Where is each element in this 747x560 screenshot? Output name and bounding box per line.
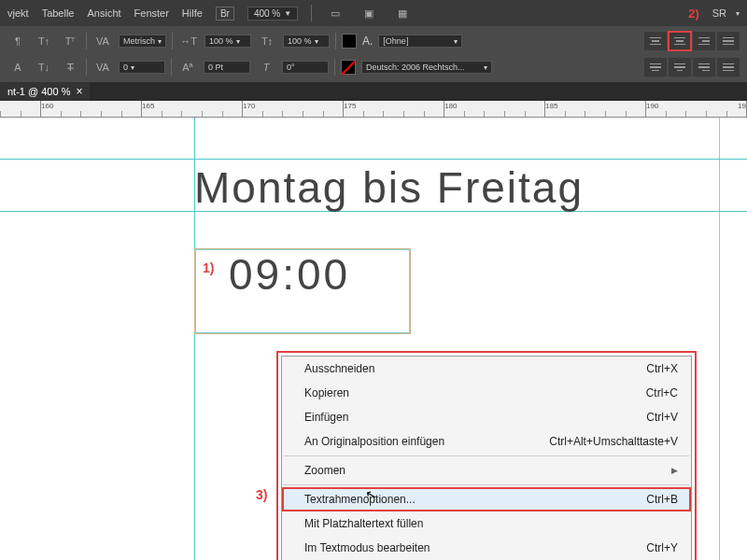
menu-hilfe[interactable]: Hilfe (182, 7, 203, 19)
para-align-row1 (644, 32, 740, 50)
superscript-icon[interactable]: T↑ (34, 33, 54, 49)
justify-all-button[interactable] (717, 58, 740, 77)
chevron-down-icon: ▾ (736, 9, 740, 18)
language-dropdown[interactable]: Deutsch: 2006 Rechtsch...▾ (361, 61, 492, 74)
smallcaps-icon[interactable]: Tᵀ (60, 33, 80, 49)
stroke-color[interactable] (341, 60, 356, 75)
cm-paste[interactable]: EinfügenCtrl+V (282, 405, 691, 429)
justify-right-button[interactable] (693, 58, 715, 77)
annotation-2: 2) (688, 7, 699, 21)
tracking-dropdown[interactable]: 0▾ (119, 61, 165, 74)
menu-ansicht[interactable]: Ansicht (87, 7, 120, 19)
align-right-button[interactable] (693, 32, 715, 50)
document-tab[interactable]: nt-1 @ 400 % × (0, 82, 90, 101)
hscale-dropdown[interactable]: 100 %▾ (204, 35, 251, 48)
workspace-switcher[interactable]: SR (712, 7, 726, 19)
screen-mode-icon[interactable]: ▣ (359, 5, 379, 21)
cm-copy[interactable]: KopierenCtrl+C (282, 381, 691, 405)
align-center-button[interactable] (669, 32, 691, 50)
baseline-icon: Aª (177, 59, 198, 76)
separator (284, 455, 689, 456)
zoom-dropdown[interactable]: 400 %▼ (247, 7, 298, 21)
control-panel: ¶ T↑ Tᵀ VA Metrisch▾ ↔T 100 %▾ T↕ 100 %▾… (0, 26, 747, 82)
arrange-icon[interactable]: ▦ (392, 5, 413, 21)
menu-fenster[interactable]: Fenster (134, 7, 169, 19)
annotation-3: 3) (256, 487, 267, 502)
cm-zoom[interactable]: Zoomen▶ (282, 458, 691, 483)
align-justify-button[interactable] (717, 32, 740, 50)
fill-color[interactable] (342, 34, 357, 49)
skew-icon: T (256, 59, 276, 76)
margin-vertical (719, 118, 720, 560)
cm-edit-story[interactable]: Im Textmodus bearbeitenCtrl+Y (282, 536, 691, 560)
bridge-button[interactable]: Br (216, 7, 234, 21)
cm-cut[interactable]: AusschneidenCtrl+X (282, 357, 691, 381)
view-mode-icon[interactable]: ▭ (325, 5, 345, 21)
close-icon[interactable]: × (76, 85, 82, 98)
headline-text[interactable]: Montag bis Freitag (194, 162, 584, 213)
para-panel-icon[interactable]: A (7, 59, 28, 76)
char-panel-icon[interactable]: ¶ (7, 33, 28, 49)
chevron-down-icon: ▼ (284, 9, 291, 18)
char-style-label: A. (362, 35, 373, 48)
hscale-icon: ↔T (178, 33, 199, 49)
char-style-dropdown[interactable]: [Ohne]▾ (378, 35, 462, 48)
horizontal-ruler[interactable]: 160 165 170 175 180 185 190 195 (0, 101, 747, 118)
submenu-arrow-icon: ▶ (671, 466, 678, 475)
cm-paste-in-place[interactable]: An Originalposition einfügenCtrl+Alt+Ums… (282, 429, 691, 454)
annotation-1: 1) (203, 260, 214, 275)
cm-fill-placeholder[interactable]: Mit Platzhaltertext füllen (282, 511, 691, 536)
main-menubar: vjekt Tabelle Ansicht Fenster Hilfe Br 4… (0, 0, 747, 26)
vscale-icon: T↕ (257, 33, 277, 49)
guide-horizontal[interactable] (0, 159, 747, 160)
para-align-row2 (644, 58, 740, 77)
justify-left-button[interactable] (644, 58, 667, 77)
time-text[interactable]: 09:00 (195, 249, 410, 296)
menu-tabelle[interactable]: Tabelle (42, 7, 75, 19)
document-tab-label: nt-1 @ 400 % (7, 86, 70, 97)
vscale-dropdown[interactable]: 100 %▾ (283, 35, 330, 48)
selected-text-frame[interactable]: 1) 09:00 (194, 248, 411, 334)
kerning-icon: VA (92, 33, 113, 49)
baseline-input[interactable]: 0 Pt (204, 61, 250, 74)
divider (311, 5, 312, 21)
cm-text-frame-options[interactable]: Textrahmenoptionen...Ctrl+B (282, 487, 691, 511)
separator (284, 484, 689, 485)
context-menu-highlight: 3) AusschneidenCtrl+X KopierenCtrl+C Ein… (276, 351, 697, 560)
context-menu: AusschneidenCtrl+X KopierenCtrl+C Einfüg… (281, 356, 692, 560)
strike-icon[interactable]: T̶ (60, 59, 80, 76)
kerning-dropdown[interactable]: Metrisch▾ (119, 35, 166, 48)
tracking-icon: VA (92, 59, 113, 76)
document-canvas[interactable]: Montag bis Freitag 1) 09:00 3) Ausschnei… (0, 118, 747, 560)
subscript-icon[interactable]: T↓ (34, 59, 54, 76)
menu-objekt[interactable]: vjekt (7, 7, 29, 19)
justify-center-button[interactable] (669, 58, 691, 77)
align-left-button[interactable] (644, 32, 667, 50)
skew-input[interactable]: 0° (282, 61, 329, 74)
